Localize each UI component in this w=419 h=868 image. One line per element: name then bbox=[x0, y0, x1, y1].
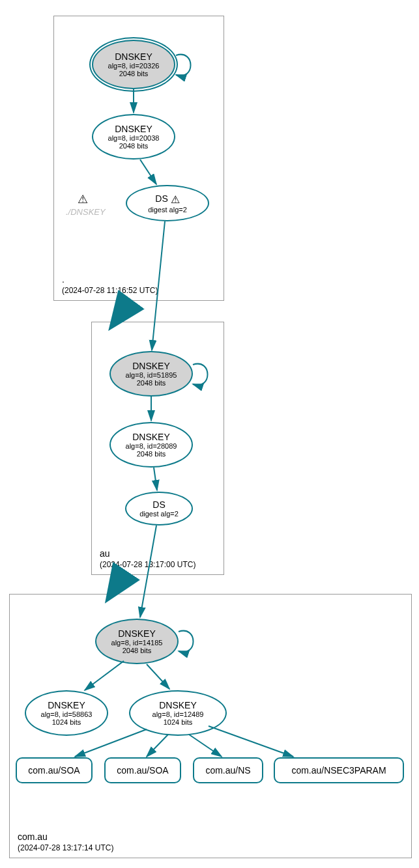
root-zsk-sub2: 2048 bits bbox=[119, 142, 149, 150]
comau-zsk1-sub1: alg=8, id=58863 bbox=[41, 710, 93, 718]
zone-comau-timestamp: (2024-07-28 13:17:14 UTC) bbox=[18, 843, 113, 852]
comau-zsk1-node: DNSKEY alg=8, id=58863 1024 bits bbox=[25, 690, 108, 736]
comau-zsk2-sub2: 1024 bits bbox=[164, 718, 193, 726]
comau-rr2-label: com.au/SOA bbox=[117, 765, 168, 776]
zone-comau-name: com.au bbox=[18, 832, 113, 842]
comau-rr-nsec3param: com.au/NSEC3PARAM bbox=[274, 757, 404, 783]
root-ksk-sub2: 2048 bits bbox=[119, 70, 149, 77]
comau-rr-soa1: com.au/SOA bbox=[16, 757, 93, 783]
comau-zsk1-title: DNSKEY bbox=[48, 700, 85, 710]
comau-rr-soa2: com.au/SOA bbox=[104, 757, 181, 783]
warning-icon: ⚠ bbox=[78, 192, 88, 206]
au-ds-sub1: digest alg=2 bbox=[139, 510, 179, 518]
zone-comau-label: com.au (2024-07-28 13:17:14 UTC) bbox=[18, 832, 113, 852]
zone-root-label: . (2024-07-28 11:16:52 UTC) bbox=[62, 274, 158, 295]
au-ksk-sub1: alg=8, id=51895 bbox=[126, 371, 177, 379]
au-ksk-sub2: 2048 bits bbox=[137, 379, 166, 387]
comau-ksk-title: DNSKEY bbox=[118, 628, 156, 639]
au-zsk-node: DNSKEY alg=8, id=28089 2048 bits bbox=[109, 422, 193, 468]
comau-zsk2-title: DNSKEY bbox=[159, 700, 197, 710]
au-ksk-node: DNSKEY alg=8, id=51895 2048 bits bbox=[109, 351, 193, 397]
zone-au-label: au (2024-07-28 13:17:00 UTC) bbox=[100, 548, 195, 569]
root-ksk-node: DNSKEY alg=8, id=20326 2048 bits bbox=[92, 40, 175, 89]
zone-au-name: au bbox=[100, 548, 195, 559]
au-ksk-title: DNSKEY bbox=[132, 361, 170, 371]
au-zsk-title: DNSKEY bbox=[132, 432, 170, 442]
zone-root-name: . bbox=[62, 274, 158, 285]
au-ds-title: DS bbox=[152, 499, 165, 510]
comau-rr1-label: com.au/SOA bbox=[28, 765, 79, 776]
root-ds-sub1: digest alg=2 bbox=[148, 206, 187, 214]
au-ds-node: DS digest alg=2 bbox=[125, 492, 193, 525]
root-zsk-title: DNSKEY bbox=[115, 124, 152, 134]
warning-icon: ⚠ bbox=[171, 193, 180, 206]
root-ds-node: DS ⚠ digest alg=2 bbox=[126, 185, 209, 221]
comau-zsk2-sub1: alg=8, id=12489 bbox=[152, 710, 204, 718]
au-zsk-sub2: 2048 bits bbox=[137, 450, 166, 458]
comau-ksk-sub2: 2048 bits bbox=[123, 647, 152, 654]
comau-ksk-sub1: alg=8, id=14185 bbox=[111, 639, 163, 647]
comau-rr3-label: com.au/NS bbox=[205, 765, 250, 776]
comau-rr4-label: com.au/NSEC3PARAM bbox=[291, 765, 386, 776]
comau-ksk-node: DNSKEY alg=8, id=14185 2048 bits bbox=[95, 619, 179, 664]
comau-rr-ns: com.au/NS bbox=[193, 757, 263, 783]
root-ksk-sub1: alg=8, id=20326 bbox=[108, 62, 160, 70]
zone-root-timestamp: (2024-07-28 11:16:52 UTC) bbox=[62, 286, 158, 295]
comau-zsk2-node: DNSKEY alg=8, id=12489 1024 bits bbox=[129, 690, 227, 736]
ghost-dnskey-label: ./DNSKEY bbox=[66, 207, 106, 217]
zone-au-timestamp: (2024-07-28 13:17:00 UTC) bbox=[100, 560, 195, 569]
root-zsk-node: DNSKEY alg=8, id=20038 2048 bits bbox=[92, 114, 175, 160]
comau-zsk1-sub2: 1024 bits bbox=[52, 718, 81, 726]
root-ksk-title: DNSKEY bbox=[115, 51, 152, 62]
root-ds-title: DS ⚠ bbox=[155, 193, 179, 206]
root-zsk-sub1: alg=8, id=20038 bbox=[108, 134, 160, 142]
au-zsk-sub1: alg=8, id=28089 bbox=[126, 442, 177, 450]
